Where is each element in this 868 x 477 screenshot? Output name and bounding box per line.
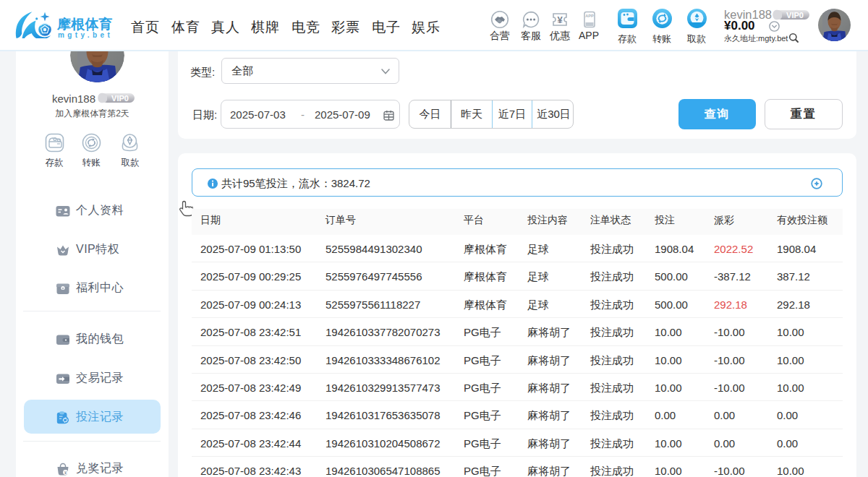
svg-text:VIP0: VIP0 [786, 11, 804, 20]
svg-text:¥: ¥ [557, 14, 563, 25]
svg-text:APP: APP [585, 14, 594, 18]
svg-text:VIP0: VIP0 [111, 94, 129, 103]
